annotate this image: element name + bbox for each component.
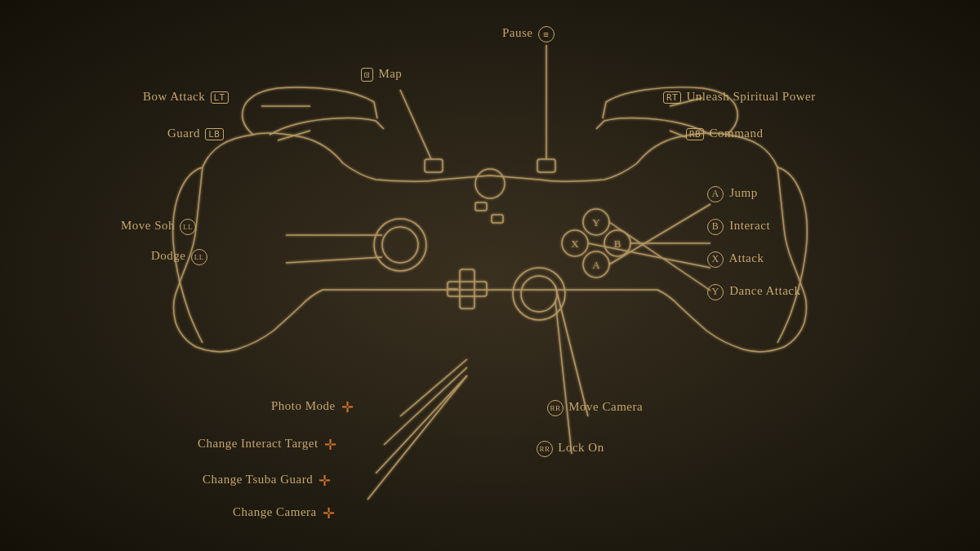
svg-line-24 xyxy=(278,131,310,140)
rb-badge: RB xyxy=(686,128,704,140)
attack-label: X Attack xyxy=(705,251,764,268)
map-icon-badge: ⊡ xyxy=(361,68,373,82)
controller-svg: Y B A X xyxy=(0,0,980,551)
svg-point-2 xyxy=(475,169,505,198)
change-interact-target-text: Change Interact Target xyxy=(198,437,318,450)
dodge-text: Dodge xyxy=(151,249,186,262)
svg-point-8 xyxy=(521,276,557,312)
x-badge: X xyxy=(707,251,724,268)
change-interact-target-label: Change Interact Target ✛ xyxy=(198,436,336,454)
attack-text: Attack xyxy=(728,251,764,264)
svg-line-26 xyxy=(670,131,686,137)
interact-text: Interact xyxy=(729,219,770,232)
svg-line-22 xyxy=(400,90,431,159)
svg-line-35 xyxy=(376,375,467,473)
svg-rect-3 xyxy=(475,202,487,211)
svg-text:Y: Y xyxy=(592,216,600,229)
svg-line-29 xyxy=(609,204,710,264)
svg-point-6 xyxy=(382,227,418,263)
move-soh-label: Move Soh L xyxy=(121,219,198,235)
change-camera-text: Change Camera xyxy=(233,505,317,518)
pause-label: Pause ≡ xyxy=(502,26,556,42)
photo-mode-text: Photo Mode xyxy=(271,399,336,412)
map-text: Map xyxy=(378,67,402,80)
dodge-label: Dodge L xyxy=(151,249,209,265)
svg-rect-0 xyxy=(425,159,443,172)
svg-line-36 xyxy=(368,375,467,500)
controller-layout: Y B A X xyxy=(0,0,980,551)
guard-label: Guard LB xyxy=(167,127,225,140)
pause-badge: ≡ xyxy=(538,26,555,42)
jump-label: A Jump xyxy=(705,186,758,202)
dpad-interact-icon: ✛ xyxy=(324,437,337,453)
svg-text:A: A xyxy=(592,259,600,271)
dance-attack-text: Dance Attack xyxy=(729,284,800,297)
move-soh-text: Move Soh xyxy=(121,219,175,232)
lock-on-text: Lock On xyxy=(558,441,604,454)
right-stick-push-icon: R xyxy=(537,441,553,457)
left-stick-icon: L xyxy=(180,219,196,235)
guard-text: Guard xyxy=(167,127,200,140)
unleash-text: Unleash Spiritual Power xyxy=(687,90,816,103)
change-camera-label: Change Camera ✛ xyxy=(233,504,335,522)
dpad-tsuba-icon: ✛ xyxy=(318,473,332,489)
left-stick-push-icon: L xyxy=(191,249,207,265)
photo-mode-label: Photo Mode ✛ xyxy=(271,398,354,416)
change-tsuba-guard-text: Change Tsuba Guard xyxy=(203,473,313,486)
svg-text:X: X xyxy=(571,238,579,250)
map-label: ⊡ Map xyxy=(359,67,402,82)
svg-text:B: B xyxy=(614,238,621,250)
svg-line-34 xyxy=(384,367,467,445)
svg-rect-10 xyxy=(460,269,474,309)
command-text: Command xyxy=(710,127,764,140)
svg-rect-1 xyxy=(537,159,555,172)
dpad-camera-icon: ✛ xyxy=(323,505,336,522)
svg-line-28 xyxy=(286,257,382,263)
y-badge: Y xyxy=(707,284,724,300)
pause-text: Pause xyxy=(502,26,533,39)
bow-attack-text: Bow Attack xyxy=(143,90,205,103)
interact-label: B Interact xyxy=(705,219,770,235)
b-badge: B xyxy=(707,219,724,235)
lt-badge: LT xyxy=(211,91,229,104)
unleash-label: RT Unleash Spiritual Power xyxy=(662,90,816,104)
right-stick-icon: R xyxy=(547,400,564,416)
rt-badge: RT xyxy=(663,91,681,104)
move-camera-text: Move Camera xyxy=(568,400,643,413)
bow-attack-label: Bow Attack LT xyxy=(143,90,230,104)
svg-line-38 xyxy=(555,300,572,454)
lock-on-label: R Lock On xyxy=(535,441,604,457)
svg-line-32 xyxy=(609,222,710,291)
command-label: RB Command xyxy=(684,127,764,140)
svg-rect-4 xyxy=(492,215,503,223)
lb-badge: LB xyxy=(205,128,223,140)
jump-text: Jump xyxy=(729,186,758,199)
move-camera-label: R Move Camera xyxy=(546,400,643,416)
a-badge: A xyxy=(707,186,724,202)
dance-attack-label: Y Dance Attack xyxy=(705,284,800,300)
change-tsuba-guard-label: Change Tsuba Guard ✛ xyxy=(203,472,332,490)
dpad-photo-icon: ✛ xyxy=(341,399,354,415)
